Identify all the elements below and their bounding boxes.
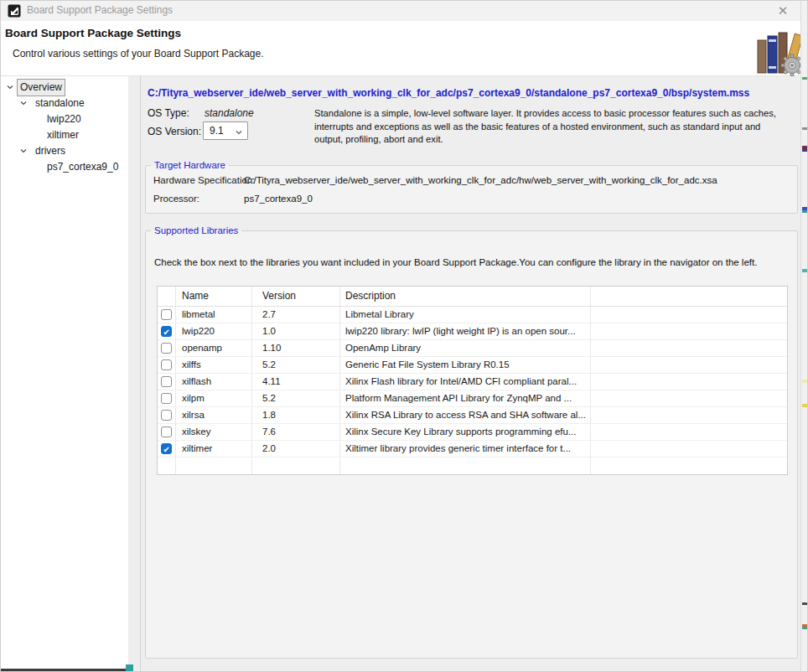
library-description: Generic Fat File System Library R0.15: [340, 357, 591, 373]
library-checkbox[interactable]: [161, 443, 172, 454]
annotation-mark[interactable]: [802, 269, 807, 272]
library-version: 5.2: [252, 357, 340, 373]
library-checkbox[interactable]: [161, 326, 172, 337]
sidebar-item-drivers[interactable]: drivers: [1, 143, 128, 159]
annotation-mark[interactable]: [802, 627, 807, 629]
library-description: Libmetal Library: [340, 307, 591, 323]
library-description: Xilinx Flash library for Intel/AMD CFI c…: [340, 374, 591, 390]
bsp-settings-dialog: Board Support Package Settings ✕ Board S…: [0, 0, 808, 672]
header-name: Name: [176, 287, 252, 306]
supported-libraries-group: Supported Libraries Check the box next t…: [145, 225, 798, 659]
chevron-down-icon: [235, 128, 243, 137]
library-checkbox[interactable]: [161, 426, 172, 437]
bottom-edge-artifact: [1, 669, 128, 671]
sidebar-item-standalone[interactable]: standalone: [1, 96, 128, 111]
library-name: xilrsa: [176, 407, 252, 423]
tree-item-label: xiltimer: [44, 127, 81, 143]
annotation-mark[interactable]: [802, 380, 807, 383]
library-description: Xilinx RSA Library to access RSA and SHA…: [340, 407, 591, 423]
processor-label: Processor:: [153, 194, 199, 204]
library-row-empty-cell: [591, 374, 787, 390]
library-row[interactable]: xilflash 4.11 Xilinx Flash library for I…: [158, 374, 787, 390]
library-row[interactable]: lwip220 1.0 lwip220 library: lwIP (light…: [158, 323, 787, 340]
library-row[interactable]: xilffs 5.2 Generic Fat File System Libra…: [158, 357, 787, 374]
header-empty: [591, 287, 787, 306]
library-row-empty-cell: [591, 407, 787, 423]
header-description: Description: [340, 287, 591, 306]
mss-file-path[interactable]: C:/Tityra_webserver_ide/web_server_with_…: [148, 87, 749, 99]
hardware-spec-label: Hardware Specification:: [153, 175, 255, 185]
chevron-down-icon[interactable]: [19, 147, 28, 155]
annotation-mark[interactable]: [802, 149, 807, 152]
library-row-empty-cell: [591, 390, 787, 406]
library-name: xilpm: [176, 390, 252, 406]
library-row-empty-cell: [591, 424, 787, 440]
title-bar: Board Support Package Settings ✕: [1, 1, 807, 21]
sidebar-item-lwip220[interactable]: lwip220: [1, 111, 128, 127]
library-checkbox[interactable]: [161, 343, 172, 354]
empty-table-row: [158, 457, 787, 474]
library-row[interactable]: xilrsa 1.8 Xilinx RSA Library to access …: [158, 407, 787, 424]
tree-item-label: drivers: [33, 143, 68, 159]
header-version: Version: [252, 287, 340, 306]
library-row-empty-cell: [591, 307, 787, 323]
library-description: lwip220 library: lwIP (light weight IP) …: [340, 323, 591, 339]
library-version: 5.2: [252, 390, 340, 406]
sidebar-divider: [128, 76, 141, 671]
library-checkbox[interactable]: [161, 309, 172, 320]
navigator-sidebar: Overview standalone lwip220 xiltimer dri…: [1, 76, 128, 669]
library-checkbox[interactable]: [161, 410, 172, 421]
library-checkbox[interactable]: [161, 359, 172, 370]
library-checkbox[interactable]: [161, 393, 172, 404]
sidebar-item-xiltimer[interactable]: xiltimer: [1, 127, 128, 143]
library-row-empty-cell: [591, 357, 787, 373]
library-row[interactable]: openamp 1.10 OpenAmp Library: [158, 340, 787, 357]
sidebar-item-overview[interactable]: Overview: [1, 80, 128, 96]
library-name: xiltimer: [176, 441, 252, 457]
library-row[interactable]: xilskey 7.6 Xilinx Secure Key Library su…: [158, 424, 787, 441]
library-description: OpenAmp Library: [340, 340, 591, 356]
library-version: 1.10: [252, 340, 340, 356]
library-row-empty-cell: [591, 340, 787, 356]
library-name: openamp: [176, 340, 252, 356]
library-description: Xilinx Secure Key Library supports progr…: [340, 424, 591, 440]
library-name: libmetal: [176, 307, 252, 323]
hardware-spec-row: Hardware Specification: C:/Tityra_webser…: [153, 175, 255, 185]
library-row[interactable]: xiltimer 2.0 Xiltimer library provides g…: [158, 441, 787, 457]
overview-panel: C:/Tityra_webserver_ide/web_server_with_…: [142, 76, 800, 671]
library-row[interactable]: libmetal 2.7 Libmetal Library: [158, 307, 787, 323]
library-description: Xiltimer library provides generic timer …: [340, 441, 591, 457]
annotation-mark[interactable]: [802, 404, 807, 407]
chevron-down-icon[interactable]: [6, 83, 14, 91]
processor-value: ps7_cortexa9_0: [244, 194, 313, 204]
libraries-table: Name Version Description libmetal 2.7 Li…: [157, 286, 788, 475]
annotation-mark[interactable]: [802, 602, 807, 605]
bottom-teal-artifact: [126, 664, 133, 671]
header-checkbox-column: [158, 287, 176, 306]
library-books-gear-icon: [755, 29, 804, 76]
os-type-label: OS Type:: [148, 107, 189, 119]
library-name: xilflash: [176, 374, 252, 390]
hardware-spec-value: C:/Tityra_webserver_ide/web_server_with_…: [244, 175, 717, 185]
annotation-mark[interactable]: [802, 77, 807, 80]
os-version-label: OS Version:: [148, 126, 201, 137]
processor-row: Processor: ps7_cortexa9_0: [153, 194, 199, 204]
os-version-select[interactable]: 9.1: [203, 121, 248, 140]
tree-item-label: standalone: [33, 96, 87, 111]
os-version-value: 9.1: [210, 125, 224, 137]
annotation-mark[interactable]: [802, 210, 807, 213]
library-name: xilffs: [176, 357, 252, 373]
dialog-header: Board Support Package Settings Control v…: [1, 21, 807, 76]
library-row[interactable]: xilpm 5.2 Platform Management API Librar…: [158, 390, 787, 407]
page-title: Board Support Package Settings: [5, 27, 181, 39]
library-version: 7.6: [252, 424, 340, 440]
tree-item-label: ps7_cortexa9_0: [44, 159, 121, 175]
overview-ruler[interactable]: [800, 1, 807, 671]
chevron-down-icon[interactable]: [19, 99, 28, 107]
library-checkbox[interactable]: [161, 376, 172, 387]
sidebar-item-ps7_cortexa9_0[interactable]: ps7_cortexa9_0: [1, 159, 128, 175]
library-version: 2.7: [252, 307, 340, 323]
annotation-mark[interactable]: [802, 127, 807, 130]
close-button[interactable]: ✕: [774, 3, 792, 19]
tree-item-label: lwip220: [44, 111, 84, 127]
